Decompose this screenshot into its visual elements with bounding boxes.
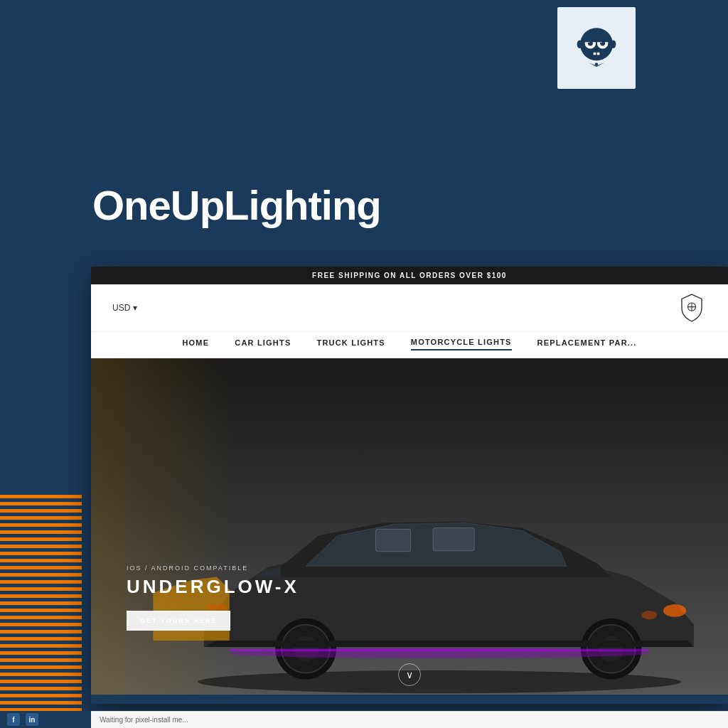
- stripe-group: [0, 491, 82, 728]
- site-banner: FREE SHIPPING ON ALL ORDERS OVER $100: [91, 267, 728, 284]
- stripe-line: [0, 594, 82, 598]
- site-nav: HOME CAR LIGHTS TRUCK LIGHTS MOTORCYCLE …: [91, 332, 728, 358]
- hero-subtitle: IOS / ANDROID COMPATIBLE: [127, 564, 299, 572]
- nav-item-car-lights[interactable]: CAR LIGHTS: [235, 338, 291, 350]
- stripe-line: [0, 601, 82, 605]
- instagram-icon[interactable]: in: [26, 713, 38, 726]
- currency-label: USD ▾: [112, 303, 137, 313]
- stripe-line: [0, 665, 82, 669]
- nerd-face-icon: [571, 23, 622, 74]
- stripe-line: [0, 616, 82, 619]
- svg-point-21: [642, 611, 657, 620]
- stripe-line: [0, 530, 82, 534]
- stripe-line: [0, 694, 82, 697]
- stripe-line: [0, 516, 82, 520]
- site-header: USD ▾: [91, 284, 728, 332]
- site-hero: IOS / ANDROID COMPATIBLE UNDERGLOW-X GET…: [91, 358, 728, 695]
- chevron-down-icon: ∨: [406, 669, 413, 680]
- status-text: Waiting for pixel-install me...: [100, 716, 188, 724]
- stripe-line: [0, 566, 82, 569]
- website-preview: FREE SHIPPING ON ALL ORDERS OVER $100 US…: [91, 267, 728, 704]
- stripe-line: [0, 587, 82, 591]
- stripe-line: [0, 495, 82, 498]
- stripe-line: [0, 502, 82, 505]
- svg-point-10: [595, 48, 598, 50]
- social-bar: f in: [0, 711, 91, 728]
- stripe-line: [0, 637, 82, 641]
- nav-item-home[interactable]: HOME: [182, 338, 209, 350]
- svg-point-20: [663, 604, 686, 617]
- stripe-line: [0, 573, 82, 577]
- stripe-line: [0, 609, 82, 612]
- svg-rect-11: [594, 52, 596, 55]
- stripe-line: [0, 623, 82, 626]
- svg-point-13: [595, 63, 598, 65]
- stripe-line: [0, 630, 82, 633]
- svg-rect-31: [376, 529, 411, 551]
- nav-item-replacement-parts[interactable]: REPLACEMENT PAR...: [537, 338, 637, 350]
- stripe-line: [0, 545, 82, 548]
- app-title: OneUpLighting: [92, 181, 381, 229]
- facebook-icon[interactable]: f: [7, 713, 20, 726]
- svg-rect-12: [597, 52, 600, 55]
- svg-point-15: [611, 40, 616, 48]
- scroll-down-button[interactable]: ∨: [398, 663, 421, 686]
- stripe-line: [0, 523, 82, 527]
- stripe-line: [0, 701, 82, 705]
- status-bar: Waiting for pixel-install me...: [91, 711, 728, 728]
- stripe-line: [0, 687, 82, 690]
- stripe-line: [0, 651, 82, 655]
- stripe-line: [0, 537, 82, 541]
- nerd-logo-box: [557, 7, 636, 89]
- hero-cta-button[interactable]: GET YOURS HERE: [127, 611, 230, 631]
- stripe-line: [0, 644, 82, 648]
- orange-decoration: [0, 491, 82, 725]
- stripe-line: [0, 509, 82, 513]
- nav-item-truck-lights[interactable]: TRUCK LIGHTS: [316, 338, 385, 350]
- stripe-line: [0, 580, 82, 584]
- banner-text: FREE SHIPPING ON ALL ORDERS OVER $100: [312, 272, 507, 279]
- nav-item-motorcycle-lights[interactable]: MOTORCYCLE LIGHTS: [411, 338, 512, 350]
- stripe-line: [0, 658, 82, 662]
- stripe-line: [0, 680, 82, 683]
- hero-title: UNDERGLOW-X: [127, 576, 299, 598]
- svg-point-14: [577, 40, 582, 48]
- stripe-line: [0, 673, 82, 676]
- stripe-line: [0, 559, 82, 562]
- hero-text-area: IOS / ANDROID COMPATIBLE UNDERGLOW-X GET…: [127, 564, 299, 631]
- stripe-line: [0, 552, 82, 555]
- svg-rect-32: [433, 528, 474, 551]
- shield-icon: [677, 293, 707, 323]
- svg-rect-30: [230, 649, 650, 652]
- currency-selector[interactable]: USD ▾: [112, 303, 137, 313]
